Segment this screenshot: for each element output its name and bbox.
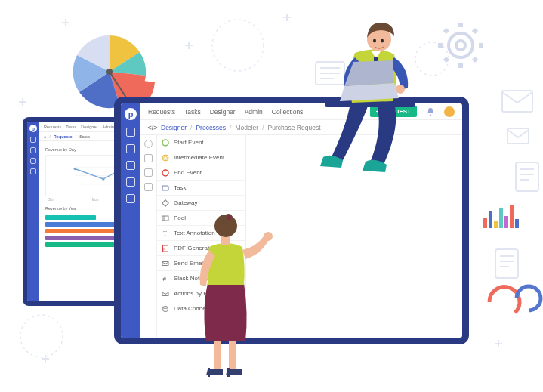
svg-rect-13 xyxy=(489,211,492,228)
crumb-processes[interactable]: Processes xyxy=(196,124,226,131)
home-icon[interactable]: ⌂ xyxy=(44,134,46,139)
svg-rect-8 xyxy=(502,91,532,112)
svg-rect-51 xyxy=(227,368,230,377)
app-logo-back: p xyxy=(29,125,37,132)
vertical-toolbar xyxy=(140,135,157,338)
sidebar-rail-front: p xyxy=(121,103,140,338)
palette-item-end-event[interactable]: End Event xyxy=(157,165,245,181)
svg-rect-7 xyxy=(495,249,518,278)
tool-lasso-icon[interactable] xyxy=(144,168,153,177)
svg-rect-18 xyxy=(515,219,519,228)
svg-point-44 xyxy=(396,85,405,94)
illustration-man-sitting xyxy=(310,8,468,181)
palette-item-label: End Event xyxy=(174,169,202,176)
nav-admin[interactable]: Admin xyxy=(245,108,263,116)
svg-point-11 xyxy=(106,69,113,75)
sidebar-rail-back: p xyxy=(27,122,39,301)
nav-requests[interactable]: Requests xyxy=(148,108,175,116)
nav-collections[interactable]: Collections xyxy=(272,108,304,116)
data-connector-icon xyxy=(162,305,169,313)
bar-2014 xyxy=(45,215,96,220)
svg-rect-50 xyxy=(208,368,210,377)
tool-hand-icon[interactable] xyxy=(144,154,153,162)
text-annotation-icon: T xyxy=(162,230,169,237)
crumb-requests[interactable]: Requests xyxy=(54,134,73,139)
svg-text:T: T xyxy=(163,230,167,237)
svg-rect-17 xyxy=(510,205,514,228)
palette-item-label: Task xyxy=(174,184,186,191)
svg-rect-48 xyxy=(214,336,221,369)
pool-icon xyxy=(162,215,169,222)
svg-point-55 xyxy=(227,215,231,220)
svg-rect-16 xyxy=(504,216,508,228)
gateway-icon xyxy=(162,199,169,207)
illustration-woman-standing xyxy=(170,193,283,389)
svg-point-2 xyxy=(20,315,63,357)
svg-point-28 xyxy=(164,156,168,159)
nav-admin[interactable]: Admin xyxy=(102,125,114,129)
svg-point-27 xyxy=(162,155,168,161)
crumb-designer[interactable]: Designer xyxy=(161,124,187,131)
task-icon xyxy=(162,184,169,192)
svg-text:#: # xyxy=(163,276,167,282)
pdf-generator-icon: P xyxy=(162,245,169,252)
tool-connect-icon[interactable] xyxy=(144,183,153,191)
rail-icon[interactable] xyxy=(126,144,135,153)
rail-icon[interactable] xyxy=(126,128,135,137)
code-icon: </> xyxy=(148,123,157,132)
rail-icon[interactable] xyxy=(126,194,135,203)
svg-rect-49 xyxy=(229,336,236,369)
svg-point-0 xyxy=(212,20,264,71)
rail-icon[interactable] xyxy=(30,137,36,143)
svg-point-22 xyxy=(73,168,76,171)
rail-icon[interactable] xyxy=(30,158,36,164)
nav-tasks[interactable]: Tasks xyxy=(184,108,201,116)
svg-rect-30 xyxy=(162,186,168,190)
nav-designer[interactable]: Designer xyxy=(210,108,236,116)
tool-pointer-icon[interactable] xyxy=(144,140,153,148)
app-logo-front: p xyxy=(125,108,137,120)
svg-rect-9 xyxy=(508,128,529,144)
svg-text:P: P xyxy=(163,247,165,251)
svg-rect-6 xyxy=(516,162,538,191)
actions-by-email-icon xyxy=(162,290,169,298)
palette-item-label: Intermediate Event xyxy=(174,154,224,161)
rail-icon[interactable] xyxy=(30,168,36,174)
nav-tasks[interactable]: Tasks xyxy=(66,125,76,129)
nav-designer[interactable]: Designer xyxy=(81,125,97,129)
svg-point-29 xyxy=(162,170,168,176)
svg-point-26 xyxy=(162,140,168,146)
svg-point-46 xyxy=(373,39,376,43)
rail-icon[interactable] xyxy=(126,177,135,187)
start-event-icon xyxy=(162,139,169,147)
svg-rect-31 xyxy=(162,199,168,205)
slack-notification-icon: # xyxy=(162,275,169,282)
send-email-icon xyxy=(162,260,169,267)
svg-point-52 xyxy=(264,232,273,241)
svg-rect-12 xyxy=(483,218,487,228)
palette-item-intermediate-event[interactable]: Intermediate Event xyxy=(157,150,245,165)
palette-item-label: Start Event xyxy=(174,139,204,146)
svg-rect-32 xyxy=(162,216,168,221)
intermediate-event-icon xyxy=(162,154,169,162)
rail-icon[interactable] xyxy=(30,147,36,153)
svg-rect-15 xyxy=(499,208,503,228)
svg-point-47 xyxy=(381,39,384,43)
svg-rect-14 xyxy=(494,221,498,228)
crumb-modeler: Modeler xyxy=(235,124,258,131)
palette-item-start-event[interactable]: Start Event xyxy=(157,135,245,150)
rail-icon[interactable] xyxy=(126,161,135,170)
nav-requests[interactable]: Requests xyxy=(44,125,61,129)
bar-2018 xyxy=(45,242,118,247)
crumb-sales: Sales xyxy=(79,134,90,139)
svg-point-23 xyxy=(102,177,105,181)
end-event-icon xyxy=(162,169,169,177)
svg-point-40 xyxy=(163,306,168,308)
